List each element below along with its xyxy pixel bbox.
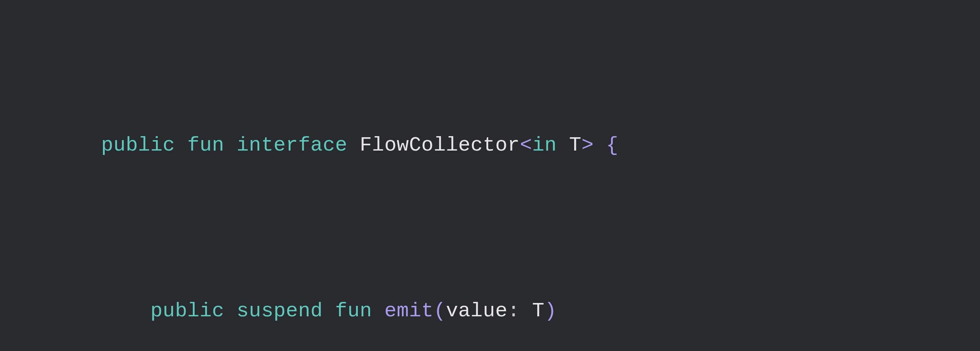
angle-close: > xyxy=(581,133,593,157)
keyword-fun: fun xyxy=(335,299,372,322)
code-line-2: public suspend fun emit(value: T) xyxy=(101,290,980,332)
keyword-public: public xyxy=(101,133,175,157)
param-type: T xyxy=(532,299,544,322)
blank-line xyxy=(101,207,980,249)
keyword-interface: interface xyxy=(237,133,347,157)
paren-close: ) xyxy=(544,299,557,322)
space xyxy=(323,299,335,322)
space xyxy=(372,299,384,322)
space xyxy=(224,133,237,157)
space xyxy=(593,133,606,157)
function-name: emit xyxy=(384,299,433,322)
type-name: FlowCollector xyxy=(360,133,520,157)
param-name: value xyxy=(446,299,508,322)
space xyxy=(520,299,532,322)
keyword-fun: fun xyxy=(188,133,224,157)
space xyxy=(347,133,360,157)
brace-open: { xyxy=(606,133,618,157)
colon: : xyxy=(508,299,520,322)
keyword-suspend: suspend xyxy=(237,299,323,322)
type-param: T xyxy=(569,133,581,157)
paren-open: ( xyxy=(434,299,446,322)
space xyxy=(557,133,569,157)
angle-open: < xyxy=(520,133,532,157)
space xyxy=(175,133,188,157)
indent xyxy=(101,299,150,322)
keyword-public: public xyxy=(150,299,224,322)
space xyxy=(224,299,237,322)
keyword-in: in xyxy=(532,133,557,157)
code-block: public fun interface FlowCollector<in T>… xyxy=(0,0,980,351)
code-line-1: public fun interface FlowCollector<in T>… xyxy=(101,125,980,166)
